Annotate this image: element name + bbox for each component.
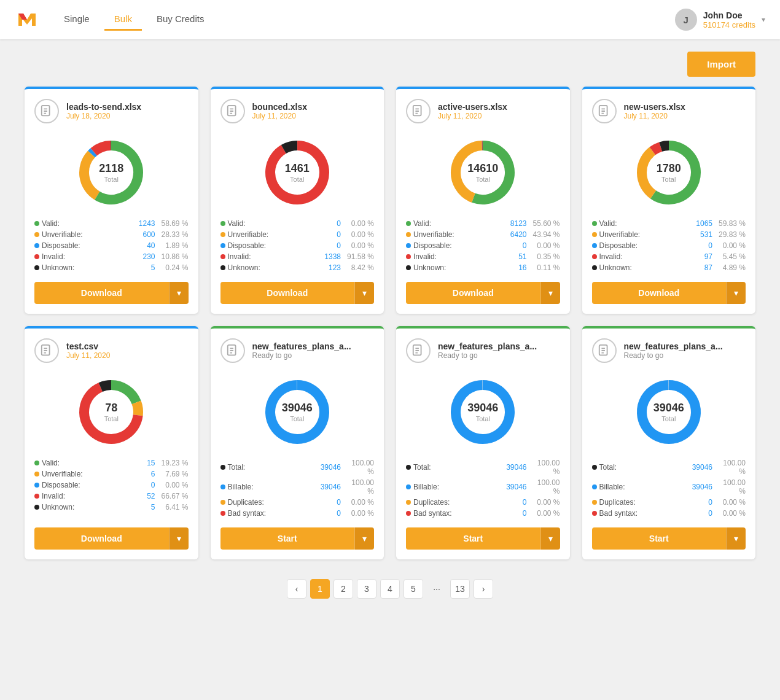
action-dropdown-button[interactable]: ▾: [726, 282, 746, 304]
card-title-area: active-users.xlsx July 11, 2020: [438, 102, 507, 120]
stat-pct: 100.00 %: [343, 459, 374, 476]
stat-label: Disposable:: [42, 481, 123, 489]
page-btn-›[interactable]: ›: [474, 579, 493, 599]
nav-tabs: Single Bulk Buy Credits: [54, 9, 214, 31]
stat-label: Valid:: [42, 459, 123, 467]
page-btn-‹[interactable]: ‹: [287, 579, 306, 599]
stat-pct: 0.00 %: [529, 498, 560, 507]
stat-row: Invalid: 230 10.86 %: [34, 252, 189, 261]
stat-count: 39046: [683, 483, 712, 491]
card-filename: bounced.xlsx: [252, 102, 307, 112]
stat-label: Unverifiable:: [228, 230, 310, 239]
stat-label: Invalid:: [42, 492, 123, 500]
stat-dot: [34, 461, 39, 465]
stat-count: 39046: [683, 463, 712, 472]
action-btn-row: Download ▾: [220, 282, 375, 304]
stat-label: Valid:: [599, 219, 681, 228]
card-filename: test.csv: [66, 341, 110, 351]
stat-dot: [34, 483, 39, 488]
chart-container: 14610 Total: [406, 136, 560, 209]
page-btn-3[interactable]: 3: [357, 579, 376, 599]
stat-pct: 19.23 %: [158, 459, 189, 467]
stat-dot: [34, 232, 39, 237]
stat-pct: 0.00 %: [529, 509, 560, 518]
action-dropdown-button[interactable]: ▾: [169, 282, 189, 304]
action-btn-row: Download ▾: [406, 282, 560, 304]
stat-pct: 91.58 %: [343, 252, 374, 261]
stat-label: Unverifiable:: [42, 230, 123, 239]
donut-label: Total: [99, 176, 123, 183]
stat-row: Unknown: 5 0.24 %: [34, 263, 189, 272]
tab-bulk[interactable]: Bulk: [104, 9, 142, 31]
action-dropdown-button[interactable]: ▾: [354, 527, 374, 550]
stat-dot: [220, 243, 225, 248]
chart-container: 1780 Total: [592, 136, 746, 209]
stat-count: 0: [311, 509, 341, 518]
page-btn-13[interactable]: 13: [450, 579, 470, 599]
cards-grid: leads-to-send.xlsx July 18, 2020 2118 To…: [25, 87, 755, 559]
stat-dot: [34, 472, 39, 476]
stat-pct: 6.41 %: [158, 503, 189, 511]
stat-pct: 0.00 %: [715, 498, 746, 507]
action-dropdown-button[interactable]: ▾: [540, 282, 560, 304]
card-date: July 11, 2020: [438, 112, 507, 120]
file-icon: [592, 338, 617, 363]
action-button[interactable]: Download: [406, 282, 540, 304]
import-row: Import: [25, 52, 755, 77]
card-header: new-users.xlsx July 11, 2020: [592, 99, 746, 123]
page-btn-2[interactable]: 2: [333, 579, 353, 599]
svg-rect-6: [227, 106, 235, 116]
stat-dot: [592, 511, 597, 516]
stat-label: Unknown:: [413, 263, 495, 272]
action-btn-row: Start ▾: [406, 527, 560, 550]
import-button[interactable]: Import: [687, 52, 755, 77]
stat-count: 39046: [497, 463, 527, 472]
page-btn-1[interactable]: 1: [310, 579, 330, 599]
card-date: July 18, 2020: [66, 112, 141, 120]
user-credits: 510174 credits: [703, 20, 755, 29]
stat-count: 0: [311, 230, 341, 239]
stat-dot: [592, 484, 597, 489]
action-button[interactable]: Download: [220, 282, 355, 304]
avatar: J: [675, 9, 697, 31]
action-button[interactable]: Download: [34, 527, 169, 550]
action-button[interactable]: Download: [34, 282, 169, 304]
stat-dot: [592, 500, 597, 505]
tab-buy-credits[interactable]: Buy Credits: [147, 9, 214, 31]
action-button[interactable]: Download: [592, 282, 727, 304]
chart-container: 39046 Total: [592, 375, 746, 449]
stat-count: 0: [683, 498, 712, 507]
user-dropdown-icon[interactable]: ▾: [762, 15, 765, 24]
stats-list: Total: 39046 100.00 % Billable: 39046 10…: [406, 459, 560, 520]
file-icon: [406, 99, 431, 123]
action-button[interactable]: Start: [220, 527, 355, 550]
chart-container: 2118 Total: [34, 136, 189, 209]
stat-count: 230: [126, 252, 155, 261]
stat-count: 0: [311, 241, 341, 250]
stat-dot: [406, 484, 411, 489]
stat-count: 39046: [311, 483, 341, 491]
stat-row: Disposable: 0 0.00 %: [592, 241, 746, 250]
stat-pct: 5.45 %: [715, 252, 746, 261]
page-btn-5[interactable]: 5: [404, 579, 423, 599]
stat-row: Unknown: 16 0.11 %: [406, 263, 560, 272]
tab-single[interactable]: Single: [54, 9, 99, 31]
action-button[interactable]: Start: [592, 527, 727, 550]
stat-pct: 28.33 %: [158, 230, 189, 239]
stat-row: Bad syntax: 0 0.00 %: [220, 509, 375, 518]
logo-icon[interactable]: [15, 7, 39, 32]
stat-row: Invalid: 97 5.45 %: [592, 252, 746, 261]
action-dropdown-button[interactable]: ▾: [169, 527, 189, 550]
stat-row: Unverifiable: 600 28.33 %: [34, 230, 189, 239]
svg-rect-36: [599, 345, 607, 356]
action-button[interactable]: Start: [406, 527, 540, 550]
header: Single Bulk Buy Credits J John Doe 51017…: [0, 0, 780, 39]
action-dropdown-button[interactable]: ▾: [540, 527, 560, 550]
stat-count: 51: [497, 252, 527, 261]
stat-label: Invalid:: [599, 252, 681, 261]
action-dropdown-button[interactable]: ▾: [726, 527, 746, 550]
page-btn-···[interactable]: ···: [427, 579, 447, 599]
action-dropdown-button[interactable]: ▾: [354, 282, 374, 304]
user-name: John Doe: [703, 10, 755, 20]
page-btn-4[interactable]: 4: [380, 579, 400, 599]
